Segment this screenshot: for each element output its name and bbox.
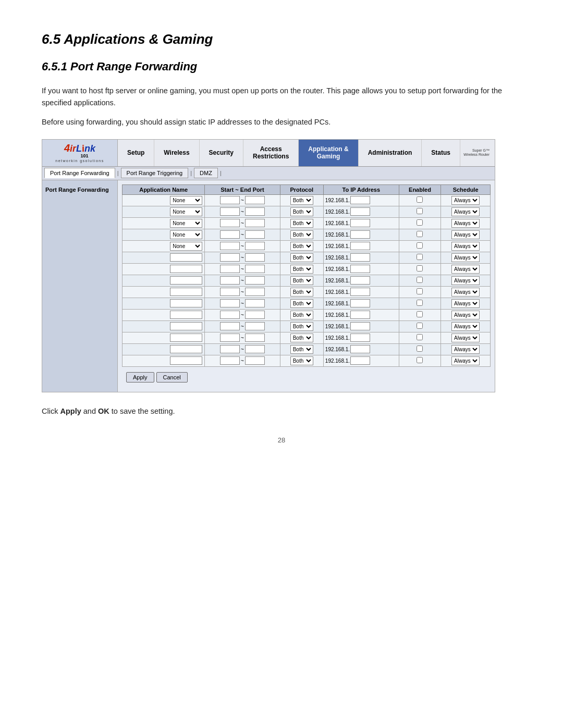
ip-last-octet-input[interactable] (350, 322, 370, 330)
ip-last-octet-input[interactable] (350, 288, 370, 296)
end-port-input[interactable] (245, 299, 265, 307)
start-port-input[interactable] (220, 334, 240, 342)
schedule-select[interactable]: Always (451, 219, 480, 228)
start-port-input[interactable] (220, 253, 240, 262)
end-port-input[interactable] (245, 265, 265, 273)
schedule-select[interactable]: Always (451, 207, 480, 216)
schedule-select[interactable]: Always (451, 265, 480, 274)
end-port-input[interactable] (245, 230, 265, 239)
end-port-input[interactable] (245, 345, 265, 353)
protocol-select[interactable]: BothTCPUDP (290, 288, 313, 297)
ip-last-octet-input[interactable] (350, 299, 370, 307)
nav-application[interactable]: Application & Gaming (299, 140, 358, 166)
nav-setup[interactable]: Setup (118, 140, 154, 166)
protocol-select[interactable]: BothTCPUDP (290, 196, 313, 205)
ip-last-octet-input[interactable] (350, 196, 370, 204)
end-port-input[interactable] (245, 276, 265, 285)
enabled-checkbox[interactable] (417, 242, 423, 249)
start-port-input[interactable] (220, 219, 240, 227)
ip-last-octet-input[interactable] (350, 345, 370, 353)
schedule-select[interactable]: Always (451, 299, 480, 308)
app-select[interactable]: None (170, 242, 202, 251)
enabled-checkbox[interactable] (417, 300, 423, 306)
app-text-input[interactable] (170, 334, 202, 342)
start-port-input[interactable] (220, 345, 240, 353)
app-select[interactable]: None (170, 207, 202, 216)
app-text-input[interactable] (170, 299, 202, 307)
start-port-input[interactable] (220, 276, 240, 285)
protocol-select[interactable]: BothTCPUDP (290, 242, 313, 251)
enabled-checkbox[interactable] (417, 346, 423, 352)
enabled-checkbox[interactable] (417, 323, 423, 329)
start-port-input[interactable] (220, 311, 240, 319)
ip-last-octet-input[interactable] (350, 230, 370, 239)
app-text-input[interactable] (170, 311, 202, 319)
ip-last-octet-input[interactable] (350, 242, 370, 250)
app-text-input[interactable] (170, 265, 202, 273)
schedule-select[interactable]: Always (451, 322, 480, 331)
enabled-checkbox[interactable] (417, 288, 423, 294)
end-port-input[interactable] (245, 311, 265, 319)
end-port-input[interactable] (245, 196, 265, 204)
end-port-input[interactable] (245, 207, 265, 216)
enabled-checkbox[interactable] (417, 334, 423, 340)
enabled-checkbox[interactable] (417, 231, 423, 237)
end-port-input[interactable] (245, 334, 265, 342)
start-port-input[interactable] (220, 299, 240, 307)
end-port-input[interactable] (245, 288, 265, 296)
schedule-select[interactable]: Always (451, 242, 480, 251)
app-text-input[interactable] (170, 253, 202, 262)
schedule-select[interactable]: Always (451, 311, 480, 319)
apply-button[interactable]: Apply (126, 372, 154, 382)
end-port-input[interactable] (245, 322, 265, 330)
start-port-input[interactable] (220, 196, 240, 204)
start-port-input[interactable] (220, 288, 240, 296)
tab-dmz[interactable]: DMZ (194, 168, 218, 178)
app-select[interactable]: None (170, 230, 202, 239)
app-text-input[interactable] (170, 322, 202, 330)
ip-last-octet-input[interactable] (350, 276, 370, 285)
app-text-input[interactable] (170, 356, 202, 365)
enabled-checkbox[interactable] (417, 219, 423, 226)
enabled-checkbox[interactable] (417, 254, 423, 260)
schedule-select[interactable]: Always (451, 276, 480, 285)
protocol-select[interactable]: BothTCPUDP (290, 345, 313, 354)
tab-port-range-triggering[interactable]: Port Range Triggering (121, 168, 189, 178)
enabled-checkbox[interactable] (417, 277, 423, 283)
nav-status[interactable]: Status (422, 140, 460, 166)
protocol-select[interactable]: BothTCPUDP (290, 299, 313, 308)
protocol-select[interactable]: BothTCPUDP (290, 334, 313, 342)
nav-access[interactable]: Access Restrictions (243, 140, 299, 166)
app-select[interactable]: None (170, 219, 202, 228)
enabled-checkbox[interactable] (417, 208, 423, 214)
start-port-input[interactable] (220, 230, 240, 239)
protocol-select[interactable]: BothTCPUDP (290, 253, 313, 262)
protocol-select[interactable]: BothTCPUDP (290, 276, 313, 285)
ip-last-octet-input[interactable] (350, 311, 370, 319)
enabled-checkbox[interactable] (417, 357, 423, 363)
ip-last-octet-input[interactable] (350, 219, 370, 227)
nav-administration[interactable]: Administration (359, 140, 422, 166)
schedule-select[interactable]: Always (451, 288, 480, 297)
start-port-input[interactable] (220, 265, 240, 273)
app-text-input[interactable] (170, 276, 202, 285)
ip-last-octet-input[interactable] (350, 265, 370, 273)
protocol-select[interactable]: BothTCPUDP (290, 219, 313, 228)
nav-wireless[interactable]: Wireless (154, 140, 199, 166)
schedule-select[interactable]: Always (451, 345, 480, 354)
ip-last-octet-input[interactable] (350, 334, 370, 342)
protocol-select[interactable]: BothTCPUDP (290, 230, 313, 239)
schedule-select[interactable]: Always (451, 356, 480, 365)
protocol-select[interactable]: BothTCPUDP (290, 311, 313, 319)
protocol-select[interactable]: BothTCPUDP (290, 356, 313, 365)
end-port-input[interactable] (245, 356, 265, 365)
end-port-input[interactable] (245, 219, 265, 227)
protocol-select[interactable]: BothTCPUDP (290, 322, 313, 331)
end-port-input[interactable] (245, 253, 265, 262)
app-text-input[interactable] (170, 288, 202, 296)
start-port-input[interactable] (220, 242, 240, 250)
app-select[interactable]: None (170, 196, 202, 205)
protocol-select[interactable]: BothTCPUDP (290, 265, 313, 274)
ip-last-octet-input[interactable] (350, 207, 370, 216)
protocol-select[interactable]: BothTCPUDP (290, 207, 313, 216)
